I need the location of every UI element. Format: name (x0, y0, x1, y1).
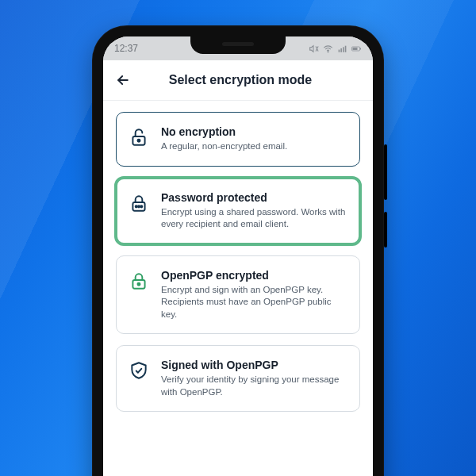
unlock-icon (128, 127, 150, 148)
option-desc: Verify your identity by signing your mes… (161, 374, 347, 398)
status-icons (309, 44, 362, 54)
power-button (384, 212, 387, 248)
svg-rect-7 (360, 48, 361, 49)
option-desc: Encrypt and sign with an OpenPGP key. Re… (161, 284, 347, 321)
option-signed-openpgp[interactable]: Signed with OpenPGP Verify your identity… (116, 345, 360, 412)
option-no-encryption[interactable]: No encryption A regular, non-encrypted e… (116, 112, 360, 167)
options-list: No encryption A regular, non-encrypted e… (103, 101, 373, 428)
lock-icon (128, 271, 150, 291)
option-title: OpenPGP encrypted (161, 269, 347, 282)
svg-rect-1 (339, 49, 340, 52)
notch (190, 36, 286, 54)
svg-point-13 (140, 205, 142, 207)
svg-point-0 (328, 51, 328, 52)
wifi-icon (323, 44, 333, 54)
mute-icon (309, 44, 319, 54)
svg-point-15 (137, 282, 140, 285)
option-title: No encryption (161, 125, 347, 138)
svg-rect-6 (353, 48, 358, 50)
svg-point-11 (136, 205, 137, 207)
option-title: Password protected (161, 191, 347, 204)
lock-password-icon (128, 193, 150, 213)
option-text: No encryption A regular, non-encrypted e… (161, 125, 347, 153)
option-desc: A regular, non-encrypted email. (161, 140, 347, 153)
svg-point-12 (138, 205, 140, 207)
signal-icon (337, 44, 347, 54)
svg-rect-2 (340, 48, 342, 52)
svg-rect-4 (345, 45, 347, 52)
battery-icon (351, 44, 362, 54)
screen: 12:37 (103, 36, 373, 476)
option-text: OpenPGP encrypted Encrypt and sign with … (161, 269, 347, 321)
option-openpgp-encrypted[interactable]: OpenPGP encrypted Encrypt and sign with … (116, 255, 360, 335)
option-text: Password protected Encrypt using a share… (161, 191, 347, 231)
status-time: 12:37 (114, 43, 138, 54)
shield-check-icon (128, 360, 150, 381)
phone-frame: 12:37 (92, 25, 384, 476)
option-desc: Encrypt using a shared password. Works w… (161, 206, 347, 231)
option-text: Signed with OpenPGP Verify your identity… (161, 359, 347, 398)
option-password-protected[interactable]: Password protected Encrypt using a share… (116, 178, 360, 244)
app-header: Select encryption mode (103, 60, 373, 101)
svg-point-9 (137, 140, 140, 142)
page-title: Select encryption mode (122, 73, 359, 87)
volume-button (384, 144, 387, 200)
svg-rect-3 (343, 47, 344, 52)
option-title: Signed with OpenPGP (161, 359, 347, 371)
